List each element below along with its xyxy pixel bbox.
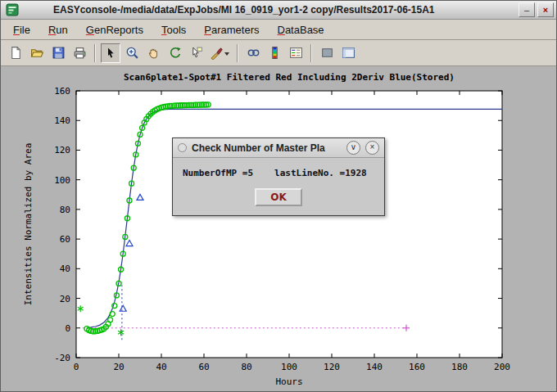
close-button[interactable]: × bbox=[537, 2, 554, 17]
toolbar-separator bbox=[237, 44, 238, 62]
pointer-arrow-icon bbox=[104, 47, 117, 60]
lastlineno-text: lastLineNo. =1928 bbox=[274, 168, 367, 178]
new-document-icon bbox=[9, 46, 23, 60]
svg-text:200: 200 bbox=[494, 362, 510, 372]
toolbar bbox=[1, 40, 556, 66]
app-window: EASYconsole-/media/data/ExpJobs/MI 16_09… bbox=[0, 0, 557, 392]
svg-text:0: 0 bbox=[65, 323, 70, 334]
link-plot-button[interactable] bbox=[243, 43, 263, 63]
magnifier-plus-icon bbox=[125, 46, 139, 60]
brush-icon bbox=[210, 46, 224, 60]
svg-text:180: 180 bbox=[451, 362, 468, 372]
save-button[interactable] bbox=[48, 43, 68, 63]
svg-text:40: 40 bbox=[60, 264, 70, 274]
svg-text:120: 120 bbox=[324, 362, 340, 372]
pan-button[interactable] bbox=[143, 43, 163, 63]
brush-dropdown-caret-icon[interactable] bbox=[224, 52, 229, 58]
svg-text:80: 80 bbox=[60, 205, 70, 215]
numberofmp-text: NumberOfMP =5 bbox=[183, 168, 253, 178]
svg-text:100: 100 bbox=[281, 362, 297, 372]
edit-pointer-button[interactable] bbox=[101, 43, 120, 63]
print-button[interactable] bbox=[70, 43, 89, 63]
hand-pan-icon bbox=[147, 46, 161, 60]
insert-legend-button[interactable] bbox=[286, 43, 306, 63]
open-folder-icon bbox=[30, 46, 44, 60]
dialog-titlebar: Check Number of Master Pla ∨ × bbox=[173, 138, 384, 158]
chart-svg[interactable]: 020406080100120140160180200-200204060801… bbox=[1, 66, 556, 391]
svg-text:20: 20 bbox=[113, 362, 124, 372]
app-icon[interactable] bbox=[5, 3, 19, 17]
hide-plot-tools-button[interactable] bbox=[317, 43, 337, 63]
dialog-menu-dot-icon[interactable] bbox=[178, 143, 187, 152]
dialog-body: NumberOfMP =5 lastLineNo. =1928 OK bbox=[173, 158, 384, 215]
minimize-button[interactable]: – bbox=[519, 2, 535, 17]
dialog-message: NumberOfMP =5 lastLineNo. =1928 bbox=[181, 165, 376, 188]
window-title: EASYconsole-/media/data/ExpJobs/MI 16_09… bbox=[53, 4, 519, 16]
rotate-3d-button[interactable] bbox=[165, 43, 184, 63]
show-plot-tools-button[interactable] bbox=[338, 43, 358, 63]
svg-text:60: 60 bbox=[198, 362, 209, 372]
menubar: File Run GenReports Tools Parameters Dat… bbox=[1, 20, 556, 40]
svg-text:-20: -20 bbox=[54, 353, 70, 363]
chain-link-icon bbox=[247, 46, 260, 60]
dialog-ok-button[interactable]: OK bbox=[255, 188, 302, 206]
toolbar-separator bbox=[310, 44, 312, 62]
svg-text:140: 140 bbox=[366, 362, 383, 372]
printer-icon bbox=[73, 46, 87, 60]
menu-run[interactable]: Run bbox=[39, 21, 77, 38]
svg-text:80: 80 bbox=[241, 362, 251, 372]
svg-text:120: 120 bbox=[54, 145, 70, 155]
floppy-save-icon bbox=[52, 46, 66, 60]
menu-file[interactable]: File bbox=[4, 21, 39, 38]
toolbar-separator bbox=[94, 44, 96, 62]
svg-text:160: 160 bbox=[409, 362, 425, 372]
menu-parameters[interactable]: Parameters bbox=[195, 21, 268, 38]
svg-text:Hours: Hours bbox=[275, 376, 302, 387]
dialog-close-button[interactable]: × bbox=[365, 141, 379, 155]
colorbar-icon bbox=[268, 46, 282, 60]
svg-text:140: 140 bbox=[54, 115, 70, 126]
window-controls: – × bbox=[519, 2, 554, 17]
show-plot-tools-icon bbox=[342, 46, 355, 60]
menu-tools[interactable]: Tools bbox=[152, 21, 195, 38]
app-logo-icon bbox=[6, 3, 19, 16]
titlebar: EASYconsole-/media/data/ExpJobs/MI 16_09… bbox=[1, 1, 556, 20]
menu-genreports[interactable]: GenReports bbox=[77, 21, 152, 38]
open-file-button[interactable] bbox=[27, 43, 47, 63]
rotate-arrow-icon bbox=[168, 46, 182, 60]
dialog-title: Check Number of Master Pla bbox=[192, 142, 342, 154]
svg-text:60: 60 bbox=[60, 234, 70, 245]
dialog-check-number: Check Number of Master Pla ∨ × NumberOfM… bbox=[172, 137, 385, 216]
new-file-button[interactable] bbox=[6, 43, 25, 63]
svg-text:40: 40 bbox=[156, 362, 166, 372]
insert-colorbar-button[interactable] bbox=[265, 43, 284, 63]
svg-text:Intensities Normalized by Area: Intensities Normalized by Area bbox=[23, 143, 34, 306]
menu-database[interactable]: DataBase bbox=[269, 21, 333, 38]
zoom-in-button[interactable] bbox=[122, 43, 142, 63]
figure-area: 020406080100120140160180200-200204060801… bbox=[1, 66, 556, 391]
svg-text:20: 20 bbox=[60, 294, 70, 304]
brush-button[interactable] bbox=[207, 43, 232, 63]
svg-text:Scan6plate1-Spot#1 Filtered Re: Scan6plate1-Spot#1 Filtered Red Includin… bbox=[124, 72, 455, 83]
svg-text:100: 100 bbox=[54, 175, 70, 186]
dialog-collapse-button[interactable]: ∨ bbox=[346, 141, 360, 155]
data-cursor-icon bbox=[189, 46, 203, 60]
data-cursor-button[interactable] bbox=[186, 43, 206, 63]
hide-plot-tools-icon bbox=[320, 46, 334, 60]
svg-text:0: 0 bbox=[74, 362, 79, 372]
legend-icon bbox=[289, 46, 303, 60]
svg-text:160: 160 bbox=[54, 86, 70, 97]
